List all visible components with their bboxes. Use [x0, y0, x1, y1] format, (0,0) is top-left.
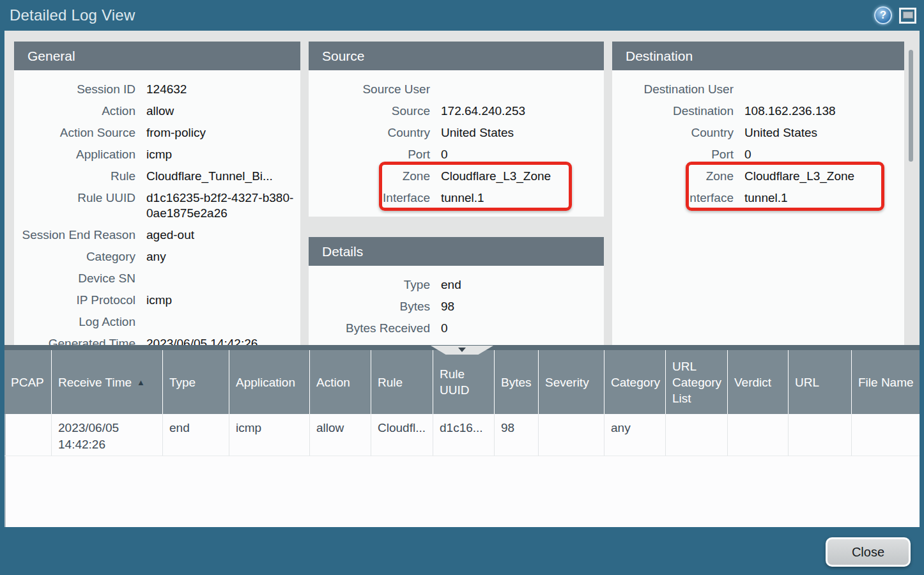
log-table: PCAPReceive Time▲TypeApplicationActionRu…	[4, 350, 920, 527]
field-row-application: Applicationicmp	[14, 144, 300, 165]
panel-general-body: Session ID124632ActionallowAction Source…	[14, 70, 300, 345]
field-label: Country	[309, 125, 441, 141]
field-row-port: Port0	[309, 144, 604, 165]
field-label: Session ID	[14, 82, 146, 97]
title-bar: Detailed Log View ?	[0, 0, 924, 31]
column-header-severity[interactable]: Severity	[539, 350, 604, 414]
table-cell-rule: Cloudfl...	[371, 414, 433, 456]
field-value: tunnel.1	[441, 190, 604, 206]
column-header-pcap[interactable]: PCAP	[4, 350, 52, 414]
column-label: Type	[169, 374, 196, 390]
sort-asc-icon: ▲	[137, 374, 145, 390]
table-cell-rule-uuid: d1c16...	[433, 414, 495, 456]
field-label: Action	[14, 103, 146, 119]
column-header-file-name[interactable]: File Name	[852, 350, 920, 414]
field-value: 124632	[146, 82, 300, 97]
log-detail-panels: General Session ID124632ActionallowActio…	[4, 31, 920, 345]
column-label: Rule	[378, 374, 403, 390]
field-label: Zone	[309, 169, 441, 184]
column-header-url-category-list[interactable]: URL Category List	[666, 350, 728, 414]
footer: Close	[0, 527, 924, 575]
field-value	[146, 271, 300, 286]
field-label: Category	[14, 249, 146, 264]
table-cell-bytes: 98	[495, 414, 539, 456]
highlighted-fields: ZoneCloudflare_L3_ZoneInterfacetunnel.1	[612, 165, 904, 209]
panel-details: Details TypeendBytes98Bytes Received0	[309, 237, 604, 345]
window-restore-inner	[903, 12, 913, 19]
table-cell-action: allow	[310, 414, 371, 456]
chevron-down-icon	[458, 348, 466, 352]
field-row-port: Port0	[612, 144, 904, 165]
column-header-rule-uuid[interactable]: Rule UUID	[433, 350, 495, 414]
scrollbar-thumb[interactable]	[909, 50, 913, 162]
field-label: Rule	[14, 169, 146, 184]
field-value: tunnel.1	[744, 190, 904, 206]
field-row-interface: Interfacetunnel.1	[612, 187, 904, 209]
field-value: allow	[146, 103, 300, 119]
field-row-action: Actionallow	[14, 100, 300, 122]
field-row-rule: RuleCloudflare_Tunnel_Bi...	[14, 165, 300, 187]
field-label: Session End Reason	[14, 227, 146, 243]
column-header-rule[interactable]: Rule	[371, 350, 433, 414]
field-value: icmp	[146, 147, 300, 162]
column-label: Bytes	[501, 374, 532, 390]
field-row-generated-time: Generated Time2023/06/05 14:42:26	[14, 333, 300, 345]
field-value: 0	[441, 147, 604, 162]
field-label: Bytes	[309, 299, 441, 314]
field-value	[146, 314, 300, 330]
field-label: Type	[309, 277, 441, 293]
field-row-zone: ZoneCloudflare_L3_Zone	[612, 165, 904, 187]
field-label: Log Action	[14, 314, 146, 330]
dialog-title: Detailed Log View	[0, 6, 135, 24]
field-row-session-id: Session ID124632	[14, 79, 300, 100]
field-row-destination: Destination108.162.236.138	[612, 100, 904, 122]
column-label: Application	[236, 374, 295, 390]
column-header-url[interactable]: URL	[789, 350, 852, 414]
table-cell-application: icmp	[229, 414, 310, 456]
field-value: 0	[441, 321, 604, 336]
field-label: Source User	[309, 82, 441, 97]
column-header-action[interactable]: Action	[310, 350, 371, 414]
field-label: Destination	[612, 103, 744, 119]
field-label: Port	[612, 147, 744, 162]
panel-destination-header: Destination	[612, 42, 904, 70]
field-label: Generated Time	[14, 336, 146, 345]
help-icon[interactable]: ?	[874, 6, 892, 24]
field-label: Country	[612, 125, 744, 141]
column-label: Severity	[545, 374, 589, 390]
field-value: end	[441, 277, 604, 293]
table-row[interactable]: 2023/06/05 14:42:26endicmpallowCloudfl..…	[4, 414, 920, 456]
highlighted-fields: ZoneCloudflare_L3_ZoneInterfacetunnel.1	[309, 165, 604, 209]
field-row-source: Source172.64.240.253	[309, 100, 604, 122]
column-label: Rule UUID	[440, 366, 490, 398]
field-value: United States	[744, 125, 904, 141]
close-button[interactable]: Close	[826, 537, 911, 567]
panel-details-body: TypeendBytes98Bytes Received0	[309, 266, 604, 345]
panel-general: General Session ID124632ActionallowActio…	[14, 42, 300, 345]
field-value: United States	[441, 125, 604, 141]
column-header-category[interactable]: Category	[604, 350, 666, 414]
column-label: URL	[795, 374, 819, 390]
table-cell-file-name	[852, 414, 920, 456]
field-value: aged-out	[146, 227, 300, 243]
help-glyph: ?	[880, 9, 886, 22]
field-row-type: Typeend	[309, 274, 604, 296]
column-header-bytes[interactable]: Bytes	[495, 350, 539, 414]
panel-source-body: Source UserSource172.64.240.253CountryUn…	[309, 70, 604, 217]
field-label: Rule UUID	[14, 190, 146, 221]
window-restore-icon[interactable]	[899, 8, 916, 24]
column-header-receive-time[interactable]: Receive Time▲	[52, 350, 163, 414]
field-row-interface: Interfacetunnel.1	[309, 187, 604, 209]
panel-destination: Destination Destination UserDestination1…	[612, 42, 904, 345]
field-label: IP Protocol	[14, 293, 146, 308]
field-row-action-source: Action Sourcefrom-policy	[14, 122, 300, 144]
field-row-log-action: Log Action	[14, 311, 300, 333]
table-cell-pcap	[4, 414, 52, 456]
column-header-verdict[interactable]: Verdict	[728, 350, 789, 414]
column-header-type[interactable]: Type	[163, 350, 229, 414]
column-header-application[interactable]: Application	[229, 350, 310, 414]
table-cell-url	[789, 414, 852, 456]
panel-general-header: General	[14, 42, 300, 70]
field-value	[744, 82, 904, 97]
log-table-body: 2023/06/05 14:42:26endicmpallowCloudfl..…	[4, 414, 920, 456]
